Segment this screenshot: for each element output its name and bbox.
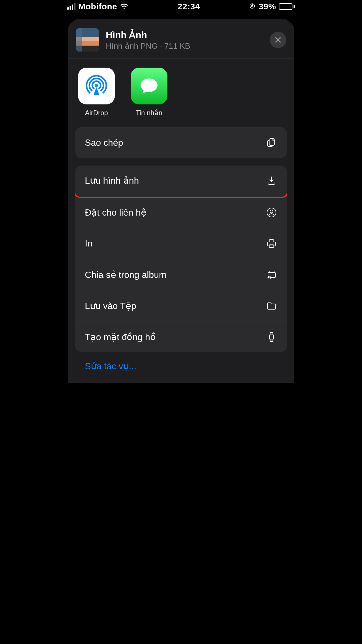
action-assign-contact[interactable]: Đặt cho liên hệ	[75, 197, 287, 228]
cellular-signal-icon	[67, 3, 76, 10]
action-label: Sao chép	[85, 138, 123, 148]
contact-icon	[266, 207, 277, 218]
svg-rect-17	[270, 332, 273, 334]
action-label: Chia sẻ trong album	[85, 269, 167, 280]
action-save-image[interactable]: Lưu hình ảnh	[75, 166, 287, 198]
sheet-title-block: Hình Ảnh Hình ảnh PNG · 711 KB	[106, 29, 263, 51]
action-label: Lưu vào Tệp	[85, 300, 136, 311]
action-label: Lưu hình ảnh	[85, 175, 139, 186]
action-save-files[interactable]: Lưu vào Tệp	[75, 290, 287, 321]
edit-actions-label: Sửa tác vụ...	[85, 361, 136, 371]
svg-point-6	[95, 84, 98, 87]
download-icon	[266, 175, 277, 186]
action-group-copy: Sao chép	[75, 127, 287, 158]
clock-label: 22:34	[178, 2, 200, 11]
airdrop-icon	[78, 68, 115, 104]
svg-point-9	[270, 210, 273, 213]
shared-album-icon	[266, 269, 277, 280]
svg-rect-5	[76, 28, 82, 51]
sheet-title: Hình Ảnh	[106, 29, 263, 41]
printer-icon	[266, 238, 277, 249]
status-right: 39%	[249, 2, 295, 11]
action-label: Tạo mặt đồng hồ	[85, 332, 156, 342]
action-share-album[interactable]: Chia sẻ trong album	[75, 259, 287, 290]
close-icon	[274, 36, 282, 44]
share-apps-row[interactable]: AirDrop Tin nhắn	[68, 59, 294, 127]
action-label: Đặt cho liên hệ	[85, 207, 146, 218]
folder-icon	[266, 300, 277, 312]
status-left: Mobifone	[67, 2, 128, 11]
carrier-label: Mobifone	[78, 2, 117, 11]
edit-actions-button[interactable]: Sửa tác vụ...	[75, 361, 287, 372]
messages-icon	[131, 68, 167, 104]
share-app-airdrop[interactable]: AirDrop	[78, 68, 115, 117]
device-frame: Mobifone 22:34 39%	[64, 0, 298, 383]
share-app-messages[interactable]: Tin nhắn	[131, 68, 167, 117]
copy-icon	[266, 137, 277, 148]
action-copy[interactable]: Sao chép	[75, 127, 287, 158]
sheet-header: Hình Ảnh Hình ảnh PNG · 711 KB	[68, 20, 294, 59]
watch-icon	[266, 331, 277, 343]
wifi-icon	[120, 2, 128, 11]
battery-pct-label: 39%	[258, 2, 276, 11]
sheet-subtitle: Hình ảnh PNG · 711 KB	[106, 41, 263, 51]
svg-rect-16	[270, 334, 273, 340]
share-sheet: Hình Ảnh Hình ảnh PNG · 711 KB	[68, 20, 294, 383]
action-print[interactable]: In	[75, 228, 287, 259]
close-button[interactable]	[270, 32, 286, 48]
share-app-label: AirDrop	[85, 109, 108, 117]
svg-rect-11	[269, 240, 274, 242]
svg-rect-0	[252, 5, 253, 7]
action-create-watch-face[interactable]: Tạo mặt đồng hồ	[75, 321, 287, 352]
svg-rect-10	[268, 242, 275, 246]
status-bar: Mobifone 22:34 39%	[64, 0, 298, 13]
svg-rect-18	[270, 340, 273, 342]
orientation-lock-icon	[249, 2, 256, 11]
svg-point-15	[269, 276, 270, 278]
image-thumbnail	[76, 28, 99, 51]
action-group-main: Lưu hình ảnh Đặt cho liên hệ In	[75, 166, 287, 352]
share-app-label: Tin nhắn	[136, 109, 162, 117]
battery-icon	[279, 3, 295, 10]
action-label: In	[85, 238, 92, 249]
